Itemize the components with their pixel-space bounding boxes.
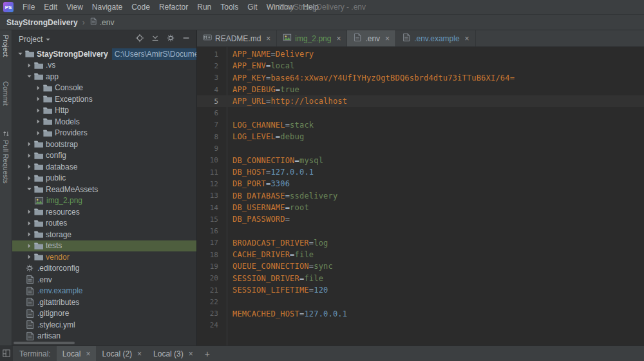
tool-stripe-pull-requests[interactable]: Pull Requests — [2, 130, 10, 184]
menu-window[interactable]: Window — [262, 0, 299, 14]
line-number[interactable]: 11 — [197, 168, 227, 177]
code-line-8[interactable]: 8LOG_LEVEL=debug — [197, 131, 644, 142]
terminal-tab-2[interactable]: Local (2)× — [96, 346, 147, 361]
code-line-9[interactable]: 9 — [197, 142, 644, 154]
tree-item-exceptions[interactable]: Exceptions — [12, 93, 196, 105]
code-line-15[interactable]: 15DB_PASSWORD= — [197, 213, 644, 225]
code-line-18[interactable]: 18CACHE_DRIVER=file — [197, 249, 644, 260]
line-number[interactable]: 21 — [197, 286, 227, 295]
hide-button[interactable] — [182, 34, 191, 45]
menu-code[interactable]: Code — [127, 0, 155, 14]
project-scrollbar-horizontal[interactable] — [14, 342, 75, 344]
phpstorm-logo-icon[interactable]: PS — [3, 2, 14, 12]
tool-stripe-project[interactable]: Project — [2, 35, 10, 57]
line-number[interactable]: 20 — [197, 274, 227, 282]
editor-tab-readme-md[interactable]: README.md× — [197, 30, 277, 46]
line-number[interactable]: 7 — [197, 121, 227, 129]
code-line-19[interactable]: 19QUEUE_CONNECTION=sync — [197, 260, 644, 272]
close-tab-icon[interactable]: × — [266, 34, 270, 43]
line-number[interactable]: 1 — [197, 50, 227, 59]
close-tab-icon[interactable]: × — [137, 349, 142, 358]
menu-edit[interactable]: Edit — [39, 0, 62, 14]
menu-navigate[interactable]: Navigate — [88, 0, 127, 14]
code-line-11[interactable]: 11DB_HOST=127.0.0.1 — [197, 166, 644, 178]
tree-item-console[interactable]: Console — [12, 83, 196, 94]
code-line-10[interactable]: 10DB_CONNECTION=mysql — [197, 155, 644, 166]
tree-item-vs[interactable]: .vs — [12, 60, 196, 72]
tree-item-routes[interactable]: routes — [12, 218, 196, 229]
chevron-down-icon[interactable] — [45, 34, 51, 45]
close-tab-icon[interactable]: × — [189, 349, 193, 358]
tree-item-database[interactable]: database — [12, 161, 196, 173]
tree-item-gitattributes[interactable]: .gitattributes — [12, 297, 196, 308]
tree-item-img-2-png[interactable]: img_2.png — [12, 195, 196, 207]
settings-button[interactable] — [166, 34, 175, 45]
tree-item-tests[interactable]: tests — [12, 240, 196, 252]
menu-file[interactable]: File — [18, 0, 39, 14]
editor-tab-env-example[interactable]: .env.example× — [396, 30, 476, 46]
tree-item-providers[interactable]: Providers — [12, 128, 196, 139]
line-number[interactable]: 15 — [197, 215, 227, 224]
code-line-12[interactable]: 12DB_PORT=3306 — [197, 178, 644, 190]
close-tab-icon[interactable]: × — [465, 34, 469, 43]
tool-stripe-commit[interactable]: Commit — [2, 81, 10, 106]
line-number[interactable]: 5 — [197, 97, 227, 106]
code-line-21[interactable]: 21SESSION_LIFETIME=120 — [197, 284, 644, 296]
tree-item-resources[interactable]: resources — [12, 206, 196, 218]
line-number[interactable]: 10 — [197, 156, 227, 164]
terminal-tab-3[interactable]: Local (3)× — [147, 346, 199, 361]
terminal-tab-1[interactable]: Local× — [57, 346, 97, 361]
line-number[interactable]: 6 — [197, 109, 227, 117]
tree-item-public[interactable]: public — [12, 173, 196, 184]
code-line-5[interactable]: 5APP_URL=http://localhost — [197, 95, 644, 107]
tree-item-config[interactable]: config — [12, 150, 196, 162]
close-tab-icon[interactable]: × — [385, 34, 390, 43]
close-tab-icon[interactable]: × — [336, 34, 341, 43]
line-number[interactable]: 16 — [197, 227, 227, 235]
line-number[interactable]: 23 — [197, 309, 227, 318]
tree-item-readmeassets[interactable]: ReadMeAssets — [12, 184, 196, 195]
code-line-6[interactable]: 6 — [197, 107, 644, 119]
menu-view[interactable]: View — [62, 0, 88, 14]
code-line-20[interactable]: 20SESSION_DRIVER=file — [197, 273, 644, 284]
code-line-7[interactable]: 7LOG_CHANNEL=stack — [197, 119, 644, 131]
menu-refactor[interactable]: Refactor — [155, 0, 193, 14]
code-line-3[interactable]: 3APP_KEY=base64:xXwav/Y4UfIYHyzOgtBDQ6sb… — [197, 72, 644, 84]
tree-item-staystrongdelivery[interactable]: StayStrongDeliveryC:\Users\AmirS\Documen… — [12, 48, 196, 60]
collapse-all-button[interactable] — [151, 34, 160, 45]
menu-git[interactable]: Git — [243, 0, 261, 14]
line-number[interactable]: 17 — [197, 239, 227, 247]
menu-tools[interactable]: Tools — [216, 0, 243, 14]
tree-item-models[interactable]: Models — [12, 116, 196, 128]
tree-item-env[interactable]: .env — [12, 274, 196, 286]
tree-item-gitignore[interactable]: .gitignore — [12, 308, 196, 320]
menu-run[interactable]: Run — [193, 0, 216, 14]
code-line-22[interactable]: 22 — [197, 296, 644, 307]
line-number[interactable]: 18 — [197, 251, 227, 259]
tree-item-editorconfig[interactable]: .editorconfig — [12, 263, 196, 275]
line-number[interactable]: 12 — [197, 180, 227, 188]
tree-item-http[interactable]: Http — [12, 105, 196, 117]
tree-item-storage[interactable]: storage — [12, 229, 196, 240]
code-line-13[interactable]: 13DB_DATABASE=ssdelivery — [197, 190, 644, 202]
code-line-14[interactable]: 14DB_USERNAME=root — [197, 202, 644, 213]
code-line-23[interactable]: 23MEMCACHED_HOST=127.0.0.1 — [197, 308, 644, 320]
editor-tab-img-2-png[interactable]: img_2.png× — [277, 30, 347, 46]
code-line-24[interactable]: 24 — [197, 320, 644, 331]
line-number[interactable]: 14 — [197, 204, 227, 212]
code-line-17[interactable]: 17BROADCAST_DRIVER=log — [197, 237, 644, 249]
line-number[interactable]: 9 — [197, 144, 227, 153]
code-line-16[interactable]: 16 — [197, 225, 644, 237]
code-line-4[interactable]: 4APP_DEBUG=true — [197, 84, 644, 95]
line-number[interactable]: 24 — [197, 321, 227, 329]
editor-tab-env[interactable]: .env× — [347, 30, 396, 46]
code-editor[interactable]: 1APP_NAME=Delivery2APP_ENV=local3APP_KEY… — [197, 47, 644, 346]
line-number[interactable]: 8 — [197, 133, 227, 141]
code-line-1[interactable]: 1APP_NAME=Delivery — [197, 48, 644, 60]
tree-item-vendor[interactable]: vendor — [12, 251, 196, 263]
line-number[interactable]: 4 — [197, 86, 227, 94]
breadcrumb-file[interactable]: .env — [90, 17, 115, 27]
tree-item-app[interactable]: app — [12, 71, 196, 83]
project-view-selector[interactable]: Project — [19, 35, 43, 44]
line-number[interactable]: 19 — [197, 262, 227, 271]
